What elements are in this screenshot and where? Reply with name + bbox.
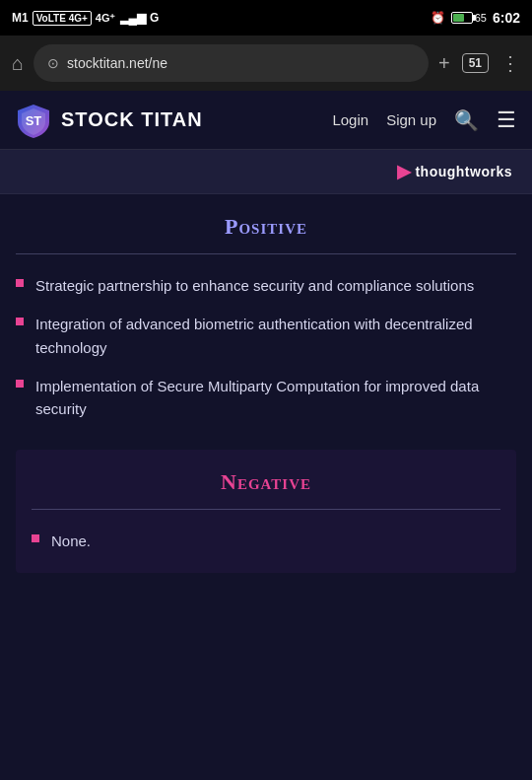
thoughtworks-brand-text: thoughtworks — [415, 164, 512, 179]
tabs-count-button[interactable]: 51 — [462, 53, 489, 73]
status-carrier: M1 VoLTE 4G+ 4G⁺ ▂▄▆ G — [12, 11, 159, 26]
brand-banner: ▶ thoughtworks — [0, 150, 532, 194]
logo-shield-icon: ST — [16, 103, 51, 138]
bullet-icon — [16, 318, 24, 325]
battery-box — [451, 12, 473, 24]
nav-links: Login Sign up 🔍 ☰ — [332, 107, 516, 133]
site-icon: ⊙ — [47, 55, 59, 71]
positive-bullet-list: Strategic partnership to enhance securit… — [16, 274, 516, 420]
login-link[interactable]: Login — [332, 111, 368, 128]
thoughtworks-logo: ▶ thoughtworks — [397, 161, 512, 182]
thoughtworks-arrow-icon: ▶ — [397, 161, 411, 182]
battery-fill — [453, 14, 465, 22]
nav-bar: ST STOCK TITAN Login Sign up 🔍 ☰ — [0, 91, 532, 150]
positive-section: Positive Strategic partnership to enhanc… — [16, 214, 516, 420]
negative-title: Negative — [32, 469, 500, 495]
url-text: stocktitan.net/ne — [67, 55, 415, 71]
negative-section: Negative None. — [16, 450, 516, 572]
browser-actions: + 51 ⋮ — [438, 51, 520, 75]
svg-text:ST: ST — [26, 113, 42, 128]
hamburger-menu-icon[interactable]: ☰ — [497, 107, 516, 133]
negative-bullet-1: None. — [51, 530, 91, 552]
status-bar: M1 VoLTE 4G+ 4G⁺ ▂▄▆ G ⏰ 65 6:02 — [0, 0, 532, 35]
list-item: None. — [32, 530, 500, 552]
bullet-icon — [16, 279, 24, 287]
volte-badge: VoLTE 4G+ — [33, 11, 92, 26]
status-right: ⏰ 65 6:02 — [431, 10, 520, 26]
carrier-text: M1 — [12, 11, 29, 25]
list-item: Integration of advanced biometric authen… — [16, 313, 516, 359]
logo-container[interactable]: ST STOCK TITAN — [16, 103, 203, 138]
positive-bullet-3: Implementation of Secure Multiparty Comp… — [35, 375, 516, 421]
alarm-icon: ⏰ — [431, 11, 445, 25]
browser-chrome: ⌂ ⊙ stocktitan.net/ne + 51 ⋮ — [0, 35, 532, 91]
extra-network: G — [150, 11, 159, 25]
network-strength: 4G⁺ — [96, 12, 116, 25]
positive-title: Positive — [16, 214, 516, 240]
battery-percent: 65 — [475, 12, 487, 24]
search-icon[interactable]: 🔍 — [454, 108, 479, 132]
bullet-icon — [32, 534, 39, 542]
positive-bullet-2: Integration of advanced biometric authen… — [35, 313, 516, 359]
main-content: Positive Strategic partnership to enhanc… — [0, 194, 532, 780]
logo-text: STOCK TITAN — [61, 108, 203, 131]
signup-link[interactable]: Sign up — [386, 111, 436, 128]
time-display: 6:02 — [493, 10, 520, 26]
home-button[interactable]: ⌂ — [12, 52, 24, 75]
url-bar[interactable]: ⊙ stocktitan.net/ne — [33, 44, 429, 82]
browser-menu-button[interactable]: ⋮ — [500, 51, 520, 75]
signal-bars: ▂▄▆ — [120, 11, 147, 25]
battery-indicator: 65 — [451, 12, 487, 24]
list-item: Strategic partnership to enhance securit… — [16, 274, 516, 297]
list-item: Implementation of Secure Multiparty Comp… — [16, 375, 516, 421]
positive-bullet-1: Strategic partnership to enhance securit… — [35, 274, 474, 297]
bullet-icon — [16, 380, 24, 388]
new-tab-button[interactable]: + — [438, 52, 450, 75]
negative-divider — [32, 509, 500, 510]
positive-divider — [16, 253, 516, 254]
